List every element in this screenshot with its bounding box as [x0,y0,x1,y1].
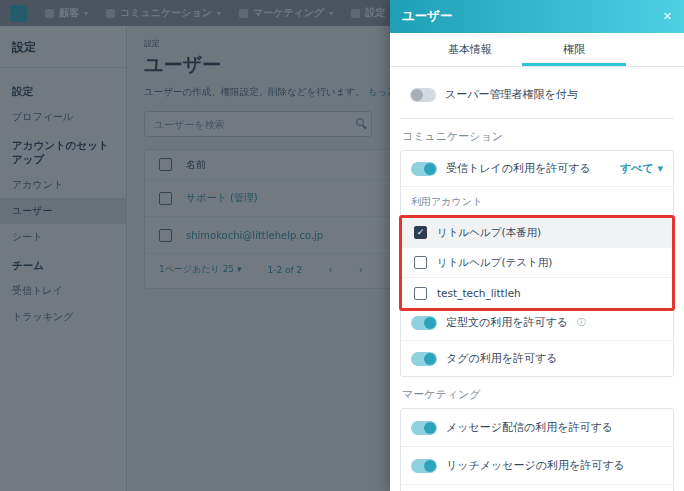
account-checkbox[interactable] [414,287,427,300]
message-delivery-row: メッセージ配信の利用を許可する [401,409,673,446]
account-label: リトルヘルプ(テスト用) [437,256,552,270]
drawer-header: ユーザー ✕ [390,0,684,33]
rich-message-row: リッチメッセージの利用を許可する [401,446,673,484]
rich-video-message-row: リッチビデオメッセージの利用を許可する [401,484,673,491]
canned-reply-toggle[interactable] [411,316,437,330]
inbox-scope-select[interactable]: すべて ▾ [620,161,663,176]
account-label: リトルヘルプ(本番用) [437,226,541,240]
rich-message-label: リッチメッセージの利用を許可する [446,458,625,473]
message-delivery-toggle[interactable] [411,421,437,435]
chevron-down-icon: ▾ [657,162,663,175]
toggle-knob [424,422,436,434]
account-row[interactable]: リトルヘルプ(テスト用) [402,248,672,278]
super-admin-row: スーパー管理者権限を付与 [400,77,674,112]
screen: 顧客 ▾ コミュニケーション ▾ マーケティング ▾ 設定 ▾ レポート [0,0,684,491]
user-drawer: ユーザー ✕ 基本情報 権限 スーパー管理者権限を付与 コミュニケーション 受信… [390,0,684,491]
accounts-heading: 利用アカウント [401,186,673,213]
message-delivery-label: メッセージ配信の利用を許可する [446,420,613,435]
rich-message-toggle[interactable] [411,459,437,473]
account-checkbox-checked[interactable]: ✓ [414,226,427,239]
tag-toggle[interactable] [411,352,437,366]
toggle-knob [424,353,436,365]
divider [400,118,674,119]
toggle-knob [424,460,436,472]
tab-permissions[interactable]: 権限 [522,33,626,66]
drawer-title: ユーザー [402,8,453,25]
info-icon: ⓘ [577,316,586,329]
inbox-permission-row: 受信トレイの利用を許可する すべて ▾ [401,151,673,186]
super-admin-label: スーパー管理者権限を付与 [445,87,578,102]
marketing-group: メッセージ配信の利用を許可する リッチメッセージの利用を許可する リッチビデオメ… [400,408,674,491]
account-row[interactable]: test_tech_littleh [402,278,672,308]
communication-group: 受信トレイの利用を許可する すべて ▾ 利用アカウント ✓ リトルヘルプ(本番用… [400,150,674,377]
toggle-knob [424,317,436,329]
section-communication: コミュニケーション [402,129,672,144]
inbox-label: 受信トレイの利用を許可する [446,161,591,176]
super-admin-toggle[interactable] [410,88,436,102]
account-row[interactable]: ✓ リトルヘルプ(本番用) [402,218,672,248]
drawer-tabs: 基本情報 権限 [390,33,684,67]
toggle-knob [411,89,423,101]
tag-permission-row: タグの利用を許可する [401,341,673,376]
tab-basic-info[interactable]: 基本情報 [418,33,522,66]
close-icon[interactable]: ✕ [663,10,672,23]
account-checkbox[interactable] [414,256,427,269]
section-marketing: マーケティング [402,387,672,402]
accounts-highlight-box: ✓ リトルヘルプ(本番用) リトルヘルプ(テスト用) test_tech_lit… [399,215,675,311]
tag-label: タグの利用を許可する [446,351,558,366]
toggle-knob [424,163,436,175]
account-label: test_tech_littleh [437,287,521,299]
inbox-toggle[interactable] [411,162,437,176]
drawer-body: スーパー管理者権限を付与 コミュニケーション 受信トレイの利用を許可する すべて… [390,67,684,491]
canned-reply-label: 定型文の利用を許可する [446,315,568,330]
